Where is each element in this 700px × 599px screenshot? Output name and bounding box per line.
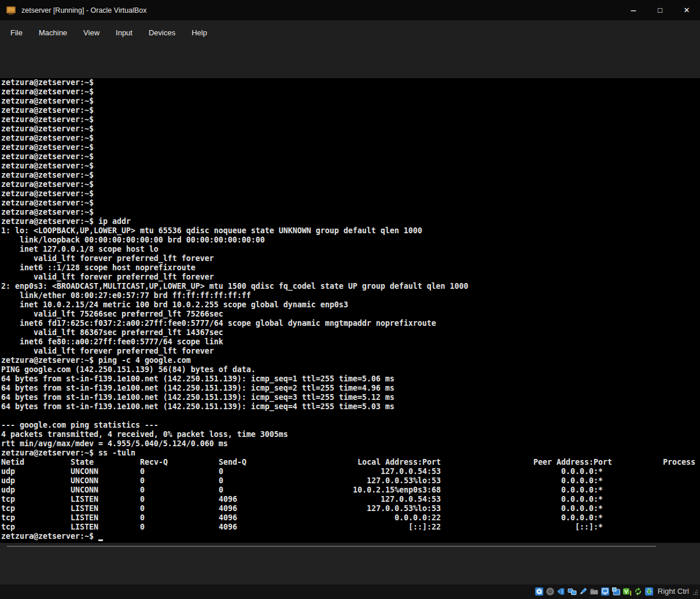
terminal-line: zetzura@zetserver:~$ — [0, 199, 700, 208]
terminal-line: inet6 fe80::a00:27ff:fee0:5777/64 scope … — [0, 337, 700, 347]
terminal-screen[interactable]: zetzura@zetserver:~$zetzura@zetserver:~$… — [0, 78, 700, 543]
menu-item[interactable]: Devices — [141, 25, 183, 41]
host-key-label: Right Ctrl — [658, 587, 689, 596]
resize-grip[interactable] — [692, 588, 698, 595]
terminal-cursor — [98, 539, 103, 541]
terminal-line: inet6 ::1/128 scope host noprefixroute — [0, 263, 700, 273]
terminal-line: inet 10.0.2.15/24 metric 100 brd 10.0.2.… — [0, 300, 700, 310]
network-icon[interactable] — [568, 586, 577, 596]
terminal-line: PING google.com (142.250.151.139) 56(84)… — [0, 365, 700, 374]
terminal-line: zetzura@zetserver:~$ — [0, 106, 700, 115]
terminal-line: udpUNCONN0010.0.2.15%enp0s3:680.0.0.0:* — [0, 486, 700, 495]
optical-disc-icon[interactable] — [546, 586, 555, 596]
usb-icon[interactable] — [579, 586, 588, 596]
terminal-line: 64 bytes from st-in-f139.1e100.net (142.… — [0, 374, 700, 384]
menu-item[interactable]: File — [2, 25, 31, 41]
maximize-button[interactable]: □ — [647, 0, 673, 20]
terminal-line: zetzura@zetserver:~$ — [0, 78, 700, 87]
terminal-line: valid_lft forever preferred_lft forever — [0, 254, 700, 263]
menu-item[interactable]: Machine — [31, 25, 75, 41]
terminal-line: tcpLISTEN040960.0.0.0:220.0.0.0:* — [0, 513, 700, 523]
hard-disk-icon[interactable] — [535, 586, 544, 596]
terminal-line: rtt min/avg/max/mdev = 4.955/5.040/5.124… — [0, 439, 700, 449]
viewport-filler — [0, 543, 700, 585]
terminal-line: valid_lft 75266sec preferred_lft 75266se… — [0, 310, 700, 319]
terminal-line: udpUNCONN00127.0.0.54:530.0.0.0:* — [0, 467, 700, 476]
terminal-line: NetidStateRecv-QSend-QLocal Address:Port… — [0, 458, 700, 467]
display-icon[interactable] — [600, 586, 610, 596]
menu-item[interactable]: Input — [108, 25, 141, 41]
terminal-line: valid_lft forever preferred_lft forever — [0, 273, 700, 282]
terminal-line: tcpLISTEN04096127.0.0.54:530.0.0.0:* — [0, 495, 700, 504]
terminal-line: inet6 fd17:625c:f037:2:a00:27ff:fee0:577… — [0, 319, 700, 328]
terminal-line: zetzura@zetserver:~$ ping -c 4 google.co… — [0, 356, 700, 365]
terminal-line: valid_lft forever preferred_lft forever — [0, 347, 700, 356]
status-bar: Right Ctrl — [0, 585, 700, 599]
terminal-line: 4 packets transmitted, 4 received, 0% pa… — [0, 430, 700, 439]
terminal-line: zetzura@zetserver:~$ — [0, 97, 700, 106]
terminal-line: 64 bytes from st-in-f139.1e100.net (142.… — [0, 384, 700, 393]
terminal-line: zetzura@zetserver:~$ — [0, 161, 700, 171]
terminal-line: zetzura@zetserver:~$ ip addr — [0, 217, 700, 226]
terminal-line: 2: enp0s3: <BROADCAST,MULTICAST,UP,LOWER… — [0, 282, 700, 291]
menu-row: FileMachineViewInputDevicesHelp — [0, 20, 700, 41]
terminal-line: zetzura@zetserver:~$ — [0, 143, 700, 152]
virtualbox-app-icon — [6, 5, 16, 16]
terminal-line: zetzura@zetserver:~$ — [0, 152, 700, 161]
window-title: zetserver [Running] - Oracle VirtualBox — [21, 6, 147, 14]
terminal-line: udpUNCONN00127.0.0.53%lo:530.0.0.0:* — [0, 476, 700, 486]
terminal-line: zetzura@zetserver:~$ — [0, 134, 700, 143]
terminal-line: inet 127.0.0.1/8 scope host lo — [0, 245, 700, 254]
virtualbox-window: zetserver [Running] - Oracle VirtualBox … — [0, 0, 700, 599]
terminal-line — [0, 411, 700, 421]
vm-features-icon[interactable] — [622, 586, 632, 596]
keyboard-capture-icon[interactable] — [644, 586, 654, 596]
audio-icon[interactable] — [557, 586, 566, 596]
recording-icon[interactable] — [611, 586, 621, 596]
terminal-line: zetzura@zetserver:~$ ss -tuln — [0, 449, 700, 458]
menu-item[interactable]: View — [75, 25, 108, 41]
terminal-line: zetzura@zetserver:~$ — [0, 87, 700, 97]
terminal-line: tcpLISTEN04096127.0.0.53%lo:530.0.0.0:* — [0, 504, 700, 513]
menu-bar: FileMachineViewInputDevicesHelp — [0, 20, 700, 78]
shared-folders-icon[interactable] — [590, 586, 599, 596]
terminal-line: zetzura@zetserver:~$ — [0, 124, 700, 134]
mouse-integration-icon[interactable] — [633, 586, 643, 596]
horizontal-scrollbar-thumb[interactable] — [7, 546, 656, 547]
title-bar: zetserver [Running] - Oracle VirtualBox … — [0, 0, 700, 20]
terminal-line: link/ether 08:00:27:e0:57:77 brd ff:ff:f… — [0, 291, 700, 300]
terminal-line: zetzura@zetserver:~$ — [0, 171, 700, 180]
terminal-line: zetzura@zetserver:~$ — [0, 208, 700, 217]
terminal-line: zetzura@zetserver:~$ — [0, 115, 700, 124]
terminal-line: valid_lft 86367sec preferred_lft 14367se… — [0, 328, 700, 337]
terminal-line: link/loopback 00:00:00:00:00:00 brd 00:0… — [0, 236, 700, 245]
minimize-button[interactable]: – — [620, 0, 647, 20]
terminal-line: 1: lo: <LOOPBACK,UP,LOWER_UP> mtu 65536 … — [0, 226, 700, 236]
menu-item[interactable]: Help — [183, 25, 215, 41]
close-button[interactable]: ✕ — [673, 0, 700, 20]
terminal-line: zetzura@zetserver:~$ — [0, 180, 700, 189]
terminal-line: --- google.com ping statistics --- — [0, 421, 700, 430]
terminal-line: zetzura@zetserver:~$ — [0, 189, 700, 199]
terminal-line: 64 bytes from st-in-f139.1e100.net (142.… — [0, 393, 700, 402]
terminal-line: 64 bytes from st-in-f139.1e100.net (142.… — [0, 402, 700, 411]
terminal-line: tcpLISTEN04096[::]:22[::]:* — [0, 523, 700, 532]
terminal-line: zetzura@zetserver:~$ — [0, 532, 700, 541]
